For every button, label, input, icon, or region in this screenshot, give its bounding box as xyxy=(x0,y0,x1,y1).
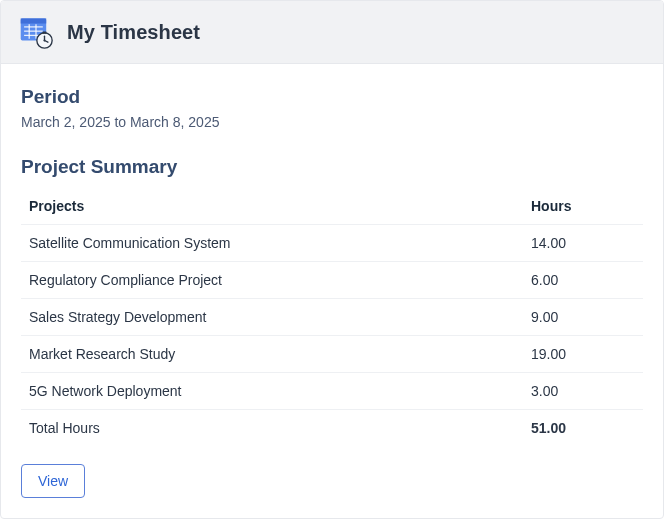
view-button[interactable]: View xyxy=(21,464,85,498)
timesheet-card: My Timesheet Period March 2, 2025 to Mar… xyxy=(0,0,664,519)
table-header-row: Projects Hours xyxy=(21,188,643,225)
col-hours: Hours xyxy=(523,188,643,225)
total-label: Total Hours xyxy=(21,410,523,447)
table-total-row: Total Hours 51.00 xyxy=(21,410,643,447)
svg-rect-1 xyxy=(21,18,47,23)
summary-title: Project Summary xyxy=(21,156,643,178)
project-summary-table: Projects Hours Satellite Communication S… xyxy=(21,188,643,446)
project-name: Market Research Study xyxy=(21,336,523,373)
card-body: Period March 2, 2025 to March 8, 2025 Pr… xyxy=(1,64,663,518)
period-value: March 2, 2025 to March 8, 2025 xyxy=(21,114,643,130)
table-row: Satellite Communication System 14.00 xyxy=(21,225,643,262)
svg-rect-8 xyxy=(42,32,46,34)
page-title: My Timesheet xyxy=(67,21,200,44)
project-hours: 19.00 xyxy=(523,336,643,373)
project-name: Satellite Communication System xyxy=(21,225,523,262)
project-hours: 14.00 xyxy=(523,225,643,262)
col-projects: Projects xyxy=(21,188,523,225)
table-row: Sales Strategy Development 9.00 xyxy=(21,299,643,336)
project-hours: 9.00 xyxy=(523,299,643,336)
project-name: Regulatory Compliance Project xyxy=(21,262,523,299)
project-name: Sales Strategy Development xyxy=(21,299,523,336)
project-name: 5G Network Deployment xyxy=(21,373,523,410)
project-hours: 6.00 xyxy=(523,262,643,299)
timesheet-icon xyxy=(19,15,53,49)
table-row: 5G Network Deployment 3.00 xyxy=(21,373,643,410)
total-hours: 51.00 xyxy=(523,410,643,447)
table-row: Regulatory Compliance Project 6.00 xyxy=(21,262,643,299)
card-header: My Timesheet xyxy=(1,1,663,64)
svg-point-11 xyxy=(43,39,45,41)
table-row: Market Research Study 19.00 xyxy=(21,336,643,373)
project-hours: 3.00 xyxy=(523,373,643,410)
period-label: Period xyxy=(21,86,643,108)
